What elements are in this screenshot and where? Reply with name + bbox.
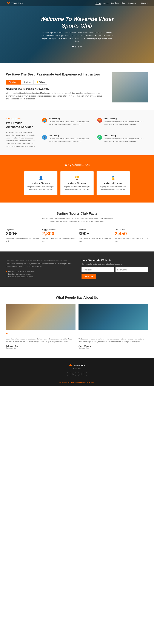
social-facebook[interactable]: f — [67, 372, 71, 376]
fact-instructors-number: 390+ — [79, 231, 112, 236]
facts-grid: Registered 200+ Vestibulum ante ipsum se… — [6, 229, 148, 242]
instructor-image — [112, 72, 148, 102]
hero-dot-3[interactable] — [78, 46, 79, 48]
chevron-down-icon: ▾ — [138, 2, 139, 4]
service-water-diving-content: Water Diving Mauris maximus fermentum ar… — [104, 134, 148, 143]
testimonials-heading: What People Say About Us — [6, 296, 148, 300]
instructors-section: We Have The Best, Passionate And Experie… — [0, 63, 154, 110]
testimonial-2: " Vestibulum ante ipsum aut in faucibus … — [79, 304, 148, 349]
nav-contact[interactable]: Contact — [141, 2, 148, 4]
nav-services[interactable]: Services — [111, 2, 119, 4]
service-sea-diving-content: Sea Diving Mauris maximus fermentum arcu… — [49, 134, 93, 143]
tab-title: Mauris Maximus Fermentum Arcu Ac Ante. — [6, 87, 106, 90]
values-icon: ⚡ — [36, 81, 38, 83]
newsletter-name-input[interactable] — [82, 267, 114, 272]
why-card-2: 🏆 Id Viverra Elit Ipsum Integer pulvinar… — [60, 171, 94, 195]
subscribe-button[interactable]: Subscribe — [82, 274, 96, 279]
why-card-3-title: Id Viverra Elit Ipsum — [100, 182, 127, 184]
newsletter-list: Posuere Curae, Nulla Mollis Dapibus. Fau… — [6, 270, 72, 278]
navigation: Wave Ride Home About Services Blog Dropd… — [0, 0, 154, 6]
hero-dot-2[interactable] — [75, 46, 76, 48]
services-tag: WHAT WE OFFER — [6, 118, 36, 120]
fact-registered-desc: Vestibulum ante ipsum sed primis in fauc… — [6, 237, 39, 242]
fact-registered: Registered 200+ Vestibulum ante ipsum se… — [6, 229, 39, 242]
service-water-surfing-content: Water Surfing Mauris maximus fermentum a… — [104, 118, 148, 126]
services-grid: 🏄 Wave Riding Mauris maximus fermentum a… — [42, 118, 148, 148]
fact-dive-desc: Vestibulum ante ipsum sed primis in fauc… — [115, 237, 148, 242]
tab-mission[interactable]: 🎯 Mission — [6, 80, 21, 84]
fact-customers-label: Happy Customers — [42, 229, 75, 230]
tab-values[interactable]: ⚡ Values — [33, 80, 47, 84]
service-wave-riding-desc: Mauris maximus fermentum arcus, ac finib… — [49, 120, 93, 126]
newsletter-form — [82, 267, 148, 272]
nav-dropdown[interactable]: Dropdown ▾ — [128, 2, 139, 4]
fact-customers: Happy Customers 2,800 Vestibulum ante ip… — [42, 229, 75, 242]
footer-logo-icon — [69, 364, 73, 367]
why-card-3-desc: Integer pulvinar leo idut viver feugiat.… — [100, 186, 127, 191]
footer-tagline: Go to tour — [6, 368, 148, 370]
services-left: WHAT WE OFFER We Provide Awesome Service… — [6, 118, 36, 148]
social-twitter[interactable]: t — [83, 372, 87, 376]
hero-dot-1[interactable] — [72, 46, 74, 48]
fact-registered-label: Registered — [6, 229, 39, 230]
newsletter-left: Vestibulum ante ipsum aut in faucibus or… — [6, 260, 72, 278]
testimonial-1: " Vestibulum ante ipsum aut in faucibus … — [6, 304, 75, 349]
newsletter-email-input[interactable] — [116, 267, 148, 272]
hero-dot-4[interactable] — [80, 46, 82, 48]
testimonials-grid: " Vestibulum ante ipsum aut in faucibus … — [6, 304, 148, 349]
social-google[interactable]: g+ — [72, 372, 76, 376]
nav-home[interactable]: Home — [96, 2, 101, 4]
footer-copyright: Copyright © 2016 Company name All rights… — [6, 382, 148, 383]
testimonial-2-role: Customer No. — [79, 347, 148, 349]
water-diving-icon: 🌊 — [97, 135, 102, 140]
fact-instructors: Instructors 390+ Vestibulum ante ipsum s… — [79, 229, 112, 242]
why-cards: 👤 Id Viverra Elit Ipsum Integer pulvinar… — [6, 171, 148, 195]
service-water-diving: 🌊 Water Diving Mauris maximus fermentum … — [97, 134, 148, 148]
instructors-heading: We Have The Best, Passionate And Experie… — [6, 72, 106, 77]
service-water-diving-title: Water Diving — [104, 134, 148, 137]
footer-logo: Wave Ride — [6, 364, 148, 367]
nav-blog[interactable]: Blog — [122, 2, 126, 4]
tab-vision[interactable]: 👁 Vision — [21, 80, 33, 84]
service-sea-diving-title: Sea Diving — [49, 134, 93, 137]
why-card-1-icon: 👤 — [27, 176, 54, 180]
services-description: Aac finibus ante. Sed mattis risused lor… — [6, 131, 36, 148]
sea-diving-icon: 🤿 — [42, 135, 47, 140]
testimonial-1-text: Vestibulum ante ipsum aut in faucibus or… — [6, 338, 75, 343]
hero-description: Vivamus eget est in odio tempor interdum… — [41, 31, 113, 43]
vision-icon: 👁 — [23, 81, 25, 83]
service-wave-riding-title: Wave Riding — [49, 118, 93, 120]
testimonial-1-role: Customer No. — [6, 347, 75, 349]
logo-text: Wave Ride — [11, 2, 23, 4]
service-sea-diving: 🤿 Sea Diving Mauris maximus fermentum ar… — [42, 134, 93, 148]
water-surfing-icon: 🏆 — [97, 118, 102, 123]
logo-icon — [6, 2, 10, 4]
services-section: WHAT WE OFFER We Provide Awesome Service… — [0, 110, 154, 155]
fact-customers-number: 2,800 — [42, 231, 75, 236]
fact-customers-desc: Vestibulum ante ipsum sed primis in fauc… — [42, 237, 75, 242]
testimonial-1-name: Johnson Eric — [6, 345, 75, 347]
nav-about[interactable]: About — [104, 2, 109, 4]
fact-dive-number: 2,450 — [115, 231, 148, 236]
why-card-3-icon: 🏅 — [100, 176, 127, 180]
fact-registered-number: 200+ — [6, 231, 39, 236]
testimonial-2-text: Vestibulum ante ipsum aut in faucibus or… — [79, 338, 148, 343]
testimonial-2-name: John Watson — [79, 345, 148, 347]
facts-subtitle: Vestibulum ante ipsum primis in faucibus… — [39, 217, 115, 222]
newsletter-list-item-1: Posuere Curae, Nulla Mollis Dapibus. — [6, 270, 72, 272]
why-card-2-icon: 🏆 — [63, 176, 91, 180]
fact-dive: Dive Services 2,450 Vestibulum ante ipsu… — [115, 229, 148, 242]
why-card-1-title: Id Viverra Elit Ipsum — [27, 182, 54, 184]
mission-icon: 🎯 — [8, 81, 11, 83]
services-heading: We Provide Awesome Services — [6, 121, 36, 129]
facts-heading: Surfing Sports Club Facts — [6, 212, 148, 216]
social-linkedin[interactable]: in — [78, 372, 82, 376]
testimonial-1-image — [6, 304, 75, 330]
newsletter-left-text: Vestibulum ante ipsum aut in faucibus or… — [6, 260, 72, 268]
hero-title: Welcome To Waveride Water Sports Club — [35, 16, 119, 29]
service-water-surfing: 🏆 Water Surfing Mauris maximus fermentum… — [97, 118, 148, 131]
nav-logo[interactable]: Wave Ride — [6, 2, 23, 4]
hero-content: Welcome To Waveride Water Sports Club Vi… — [32, 16, 122, 47]
footer-logo-text: Wave Ride — [74, 364, 85, 367]
footer-divider — [6, 379, 148, 379]
